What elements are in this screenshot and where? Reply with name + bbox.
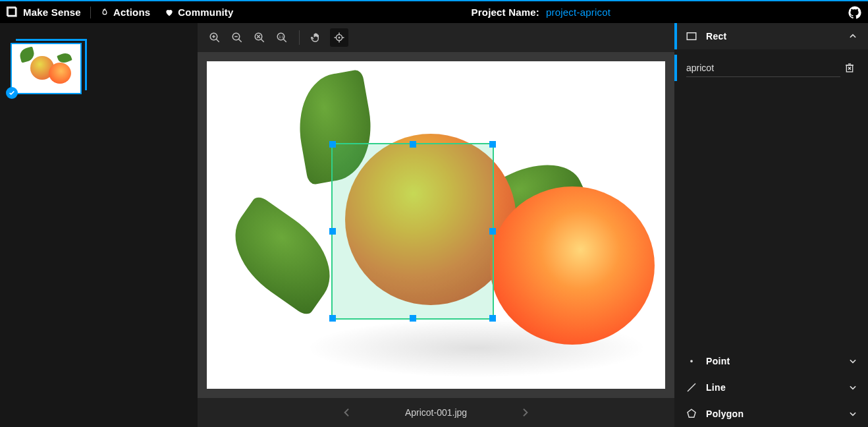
tool-point[interactable]: Point bbox=[674, 348, 868, 374]
prev-image-button[interactable] bbox=[342, 407, 352, 418]
tool-rect-label: Rect bbox=[706, 31, 848, 42]
canvas-area bbox=[198, 52, 674, 398]
resize-handle-mr[interactable] bbox=[489, 228, 496, 235]
rect-icon bbox=[677, 30, 706, 42]
svg-text:1:1: 1:1 bbox=[279, 35, 284, 39]
svg-line-14 bbox=[283, 39, 286, 42]
delete-label-button[interactable] bbox=[840, 63, 859, 73]
canvas-toolbar: 1:1 bbox=[198, 23, 674, 52]
svg-line-3 bbox=[216, 39, 219, 42]
zoom-in-button[interactable] bbox=[205, 28, 224, 47]
tool-polygon-label: Polygon bbox=[706, 409, 848, 419]
resize-handle-ml[interactable] bbox=[329, 228, 336, 235]
topbar: Make Sense Actions Community Project Nam… bbox=[0, 1, 868, 23]
project-name-display: Project Name: project-apricot bbox=[234, 7, 848, 18]
canvas[interactable] bbox=[207, 61, 665, 389]
menu-community-label: Community bbox=[178, 7, 233, 18]
resize-handle-br[interactable] bbox=[489, 315, 496, 322]
thumbnail-0[interactable] bbox=[11, 43, 82, 94]
editor-column: 1:1 bbox=[198, 23, 674, 427]
flame-icon bbox=[100, 8, 109, 17]
toolbar-separator bbox=[299, 30, 300, 45]
polygon-icon bbox=[677, 408, 706, 420]
svg-rect-22 bbox=[687, 33, 696, 40]
labels-panel: Rect apricot Point Line Polygon bbox=[674, 23, 868, 427]
main: 1:1 bbox=[0, 23, 868, 427]
thumbnail-wrap bbox=[11, 43, 83, 94]
label-item-name: apricot bbox=[686, 59, 840, 77]
resize-handle-bm[interactable] bbox=[410, 315, 416, 322]
menu-actions-label: Actions bbox=[113, 7, 150, 18]
resize-handle-tl[interactable] bbox=[329, 141, 336, 148]
tool-line[interactable]: Line bbox=[674, 374, 868, 401]
resize-handle-tm[interactable] bbox=[410, 141, 416, 148]
pan-button[interactable] bbox=[308, 28, 326, 47]
tool-point-label: Point bbox=[706, 356, 848, 366]
next-image-button[interactable] bbox=[520, 407, 530, 418]
svg-line-7 bbox=[238, 39, 242, 42]
image-fruit bbox=[490, 186, 655, 345]
svg-line-29 bbox=[688, 384, 695, 391]
annotation-rect[interactable] bbox=[331, 143, 494, 320]
tool-polygon[interactable]: Polygon bbox=[674, 401, 868, 427]
resize-handle-bl[interactable] bbox=[329, 315, 336, 322]
thumbnail-sidebar bbox=[0, 23, 198, 427]
resize-handle-tr[interactable] bbox=[489, 141, 496, 148]
heart-icon bbox=[165, 8, 174, 17]
tool-line-label: Line bbox=[706, 382, 848, 393]
svg-line-10 bbox=[261, 39, 264, 42]
point-icon bbox=[677, 355, 706, 367]
cursor-button[interactable] bbox=[330, 28, 348, 47]
svg-point-28 bbox=[690, 360, 693, 362]
current-filename: Apricot-001.jpg bbox=[405, 407, 467, 418]
github-link[interactable] bbox=[848, 6, 861, 19]
menu-community[interactable]: Community bbox=[165, 7, 233, 18]
image-nav-bar: Apricot-001.jpg bbox=[198, 398, 674, 427]
checked-badge-icon bbox=[6, 87, 18, 99]
project-name-label: Project Name: bbox=[472, 7, 539, 18]
chevron-down-icon bbox=[848, 383, 857, 392]
project-name-value[interactable]: project-apricot bbox=[546, 7, 610, 18]
zoom-actual-button[interactable]: 1:1 bbox=[273, 28, 291, 47]
divider bbox=[90, 7, 91, 18]
brand-label: Make Sense bbox=[23, 7, 81, 18]
thumbnail-preview bbox=[14, 47, 78, 90]
zoom-fit-button[interactable] bbox=[250, 28, 269, 47]
tool-rect[interactable]: Rect bbox=[674, 23, 868, 49]
zoom-out-button[interactable] bbox=[228, 28, 246, 47]
line-icon bbox=[677, 382, 706, 393]
chevron-up-icon bbox=[848, 32, 857, 41]
label-item[interactable]: apricot bbox=[674, 55, 859, 81]
brand[interactable]: Make Sense bbox=[7, 7, 81, 18]
label-list: apricot bbox=[674, 49, 868, 348]
menu-actions[interactable]: Actions bbox=[100, 7, 150, 18]
chevron-down-icon bbox=[848, 356, 857, 366]
image-leaf bbox=[216, 194, 349, 318]
chevron-down-icon bbox=[848, 409, 857, 418]
top-menu: Actions Community bbox=[100, 7, 234, 18]
svg-point-21 bbox=[339, 37, 340, 38]
rect-tool-icon bbox=[7, 7, 18, 18]
